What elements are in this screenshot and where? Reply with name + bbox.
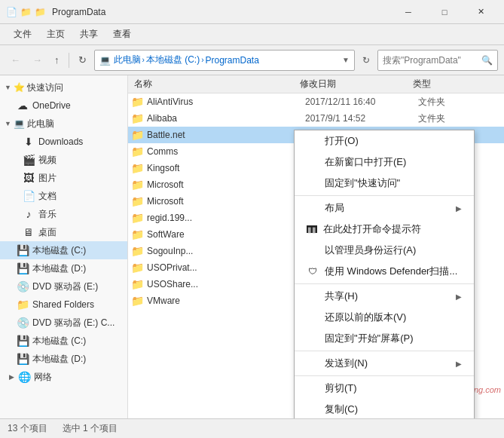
- videos-label: 视频: [38, 154, 121, 167]
- ctx-copy-label: 复制(C): [325, 403, 358, 416]
- status-count: 13 个项目: [8, 422, 47, 435]
- ctx-open-new-window[interactable]: 在新窗口中打开(E): [295, 152, 474, 173]
- breadcrumb-folder[interactable]: ProgramData: [206, 55, 259, 66]
- sep1: ›: [142, 56, 145, 64]
- desktop-icon: 🖥: [23, 226, 35, 238]
- ctx-defender[interactable]: 🛡 使用 Windows Defender扫描...: [295, 261, 474, 282]
- menu-bar: 文件 主页 共享 查看: [0, 24, 504, 45]
- address-dropdown-icon[interactable]: ▼: [342, 56, 350, 64]
- ctx-open-new-label: 在新窗口中打开(E): [325, 155, 406, 169]
- breadcrumb-pc[interactable]: 此电脑: [114, 54, 141, 66]
- sidebar-item-local-d[interactable]: 💾 本地磁盘 (D:): [0, 259, 127, 277]
- folder-icon-10: 📁: [131, 262, 144, 274]
- folder-icon-3: 📁: [131, 145, 144, 158]
- ctx-open[interactable]: 打开(O): [295, 130, 474, 152]
- close-button[interactable]: ✕: [463, 0, 498, 24]
- sidebar-item-downloads[interactable]: ⬇ Downloads: [0, 133, 127, 151]
- sidebar-item-music[interactable]: ♪ 音乐: [0, 205, 127, 223]
- breadcrumb-drive[interactable]: 本地磁盘 (C:): [146, 54, 200, 66]
- ctx-cut[interactable]: 剪切(T): [295, 378, 474, 399]
- sidebar-item-network[interactable]: ▶ 🌐 网络: [0, 368, 127, 386]
- ctx-layout[interactable]: 布局 ▶: [295, 198, 474, 219]
- quick-access-arrow: ▼: [5, 84, 11, 91]
- window-controls: ─ □ ✕: [391, 0, 498, 24]
- file-date-1: 2017/9/1 14:52: [302, 113, 415, 124]
- sidebar-item-thispc[interactable]: ▼ 💻 此电脑: [0, 115, 127, 133]
- sidebar-item-pictures[interactable]: 🖼 图片: [0, 169, 127, 187]
- back-button[interactable]: ←: [6, 49, 25, 72]
- ctx-pin-quick[interactable]: 固定到"快速访问": [295, 173, 474, 194]
- onedrive-icon: ☁: [17, 100, 29, 112]
- ctx-copy[interactable]: 复制(C): [295, 399, 474, 418]
- sidebar-item-shared[interactable]: 📁 Shared Folders: [0, 296, 127, 314]
- sidebar-item-videos[interactable]: 🎬 视频: [0, 151, 127, 169]
- sidebar-item-documents[interactable]: 📄 文档: [0, 187, 127, 205]
- local-d-icon: 💾: [17, 262, 29, 274]
- refresh-button[interactable]: ↻: [74, 49, 91, 72]
- ctx-send-to[interactable]: 发送到(N) ▶: [295, 353, 474, 374]
- ctx-restore[interactable]: 还原以前的版本(V): [295, 307, 474, 328]
- col-date-header[interactable]: 修改日期: [297, 78, 410, 90]
- address-bar[interactable]: 💻 此电脑 › 本地磁盘 (C:) › ProgramData ▼: [94, 50, 356, 71]
- col-type-header[interactable]: 类型: [410, 78, 501, 90]
- sidebar-item-dvd-e[interactable]: 💿 DVD 驱动器 (E:): [0, 277, 127, 296]
- dvd-e2-label: DVD 驱动器 (E:) C...: [32, 317, 121, 329]
- forward-button[interactable]: →: [28, 49, 47, 72]
- search-box[interactable]: 🔍: [377, 50, 498, 71]
- music-label: 音乐: [38, 208, 121, 221]
- folder-icon-8: 📁: [131, 228, 144, 240]
- thispc-icon: 💻: [14, 118, 25, 129]
- file-type-1: 文件夹: [415, 112, 501, 125]
- minimize-button[interactable]: ─: [391, 0, 426, 24]
- sidebar-item-local-c[interactable]: 💾 本地磁盘 (C:): [0, 241, 127, 259]
- sidebar-item-dvd-e2[interactable]: 💿 DVD 驱动器 (E:) C...: [0, 314, 127, 332]
- folder-icon-5: 📁: [131, 179, 144, 191]
- ctx-share[interactable]: 共享(H) ▶: [295, 286, 474, 307]
- folder-small-icon2: 📁: [35, 7, 46, 17]
- sidebar-item-onedrive[interactable]: ☁ OneDrive: [0, 96, 127, 115]
- search-input[interactable]: [383, 55, 481, 66]
- local-c2-label: 本地磁盘 (C:): [32, 335, 121, 348]
- ctx-share-label: 共享(H): [325, 289, 358, 303]
- ctx-cut-label: 剪切(T): [325, 381, 357, 395]
- folder-icon-7: 📁: [131, 212, 144, 224]
- folder-icon-6: 📁: [131, 195, 144, 207]
- search-icon[interactable]: 🔍: [481, 55, 493, 66]
- ctx-run-admin[interactable]: 以管理员身份运行(A): [295, 240, 474, 261]
- sidebar-item-quick-access[interactable]: ▼ ⭐ 快速访问: [0, 78, 127, 96]
- restore-button[interactable]: □: [427, 0, 462, 24]
- ctx-pin-start[interactable]: 固定到"开始"屏幕(P): [295, 328, 474, 349]
- ctx-cmd[interactable]: ▮▮ 在此处打开命令提示符: [295, 219, 474, 240]
- col-name-header[interactable]: 名称: [131, 78, 297, 90]
- context-menu: 打开(O) 在新窗口中打开(E) 固定到"快速访问" 布局 ▶ ▮▮ 在此处打开…: [294, 130, 475, 418]
- folder-icon-11: 📁: [131, 278, 144, 290]
- local-c-label: 本地磁盘 (C:): [32, 244, 121, 257]
- breadcrumb-icon: 💻: [99, 55, 111, 66]
- sidebar-item-desktop[interactable]: 🖥 桌面: [0, 223, 127, 241]
- folder-icon-4: 📁: [131, 162, 144, 174]
- up-button[interactable]: ↑: [50, 49, 64, 72]
- local-d2-icon: 💾: [17, 353, 29, 365]
- ctx-layout-label: 布局: [325, 201, 344, 215]
- local-d-label: 本地磁盘 (D:): [32, 262, 121, 275]
- file-row[interactable]: 📁 Alibaba 2017/9/1 14:52 文件夹: [128, 110, 504, 127]
- menu-home[interactable]: 主页: [39, 25, 72, 44]
- menu-share[interactable]: 共享: [72, 25, 105, 44]
- file-name-5: Microsoft: [147, 179, 302, 190]
- address-refresh-button[interactable]: ↻: [358, 49, 374, 72]
- desktop-label: 桌面: [38, 226, 121, 239]
- menu-file[interactable]: 文件: [6, 25, 39, 44]
- sidebar: ▼ ⭐ 快速访问 ☁ OneDrive ▼ 💻 此电脑 ⬇ Downloads …: [0, 75, 128, 418]
- status-selected: 选中 1 个项目: [63, 422, 118, 435]
- file-area: 名称 修改日期 类型 📁 AliAntiVirus 2017/12/11 16:…: [128, 75, 504, 418]
- sidebar-item-local-c2[interactable]: 💾 本地磁盘 (C:): [0, 332, 127, 350]
- file-row[interactable]: 📁 AliAntiVirus 2017/12/11 16:40 文件夹: [128, 93, 504, 110]
- ctx-pin-quick-label: 固定到"快速访问": [325, 176, 400, 190]
- sidebar-item-local-d2[interactable]: 💾 本地磁盘 (D:): [0, 350, 127, 368]
- window-title: ProgramData: [52, 7, 391, 17]
- local-c-icon: 💾: [17, 244, 29, 256]
- ctx-layout-arrow: ▶: [456, 204, 462, 213]
- menu-view[interactable]: 查看: [105, 25, 139, 44]
- local-c2-icon: 💾: [17, 335, 29, 347]
- ctx-sep-1: [295, 195, 474, 196]
